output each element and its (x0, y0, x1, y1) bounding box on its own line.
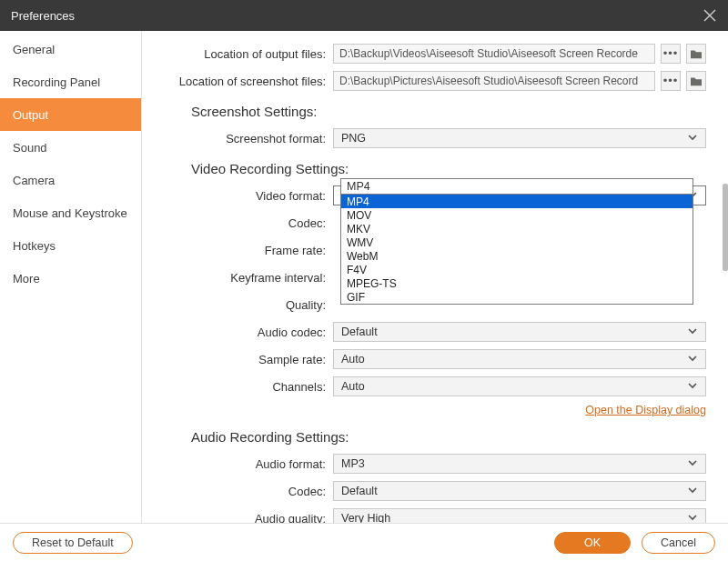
reset-to-default-button[interactable]: Reset to Default (13, 532, 133, 554)
video-format-option[interactable]: MPEG-TS (341, 276, 693, 290)
sidebar-item-label: Mouse and Keystroke (13, 206, 127, 220)
chevron-down-icon (687, 512, 698, 524)
video-format-option[interactable]: F4V (341, 263, 693, 276)
open-output-folder-button[interactable] (686, 44, 706, 64)
sidebar: General Recording Panel Output Sound Cam… (0, 31, 142, 523)
screenshot-path-label: Location of screenshot files: (142, 75, 333, 88)
sidebar-item-label: Hotkeys (13, 239, 56, 253)
sidebar-item-label: More (13, 272, 40, 286)
sidebar-item-output[interactable]: Output (0, 98, 141, 131)
screenshot-format-select[interactable]: PNG (333, 128, 706, 148)
content-pane: Location of output files: D:\Backup\Vide… (142, 31, 728, 523)
sidebar-item-label: Camera (13, 174, 55, 187)
video-audio-codec-select[interactable]: Default (333, 322, 706, 342)
video-settings-heading: Video Recording Settings: (191, 161, 706, 176)
sidebar-item-label: Recording Panel (13, 75, 100, 89)
video-format-option[interactable]: MOV (341, 208, 693, 222)
open-display-dialog-link[interactable]: Open the Display dialog (142, 404, 706, 416)
audio-quality-label: Audio quality: (142, 512, 333, 524)
sidebar-item-label: Output (13, 108, 48, 122)
video-framerate-label: Frame rate: (142, 244, 333, 257)
screenshot-path-field[interactable]: D:\Backup\Pictures\Aiseesoft Studio\Aise… (333, 71, 655, 91)
folder-icon (690, 48, 703, 59)
audio-format-label: Audio format: (142, 457, 333, 471)
cancel-button[interactable]: Cancel (642, 532, 715, 554)
output-path-field[interactable]: D:\Backup\Videos\Aiseesoft Studio\Aisees… (333, 44, 655, 64)
video-format-option[interactable]: WMV (341, 235, 693, 249)
video-format-option[interactable]: WebM (341, 249, 693, 263)
video-samplerate-select[interactable]: Auto (333, 349, 706, 369)
footer: Reset to Default OK Cancel (0, 523, 728, 561)
audio-settings-heading: Audio Recording Settings: (191, 429, 706, 445)
title-bar: Preferences (0, 0, 728, 31)
sidebar-item-recording-panel[interactable]: Recording Panel (0, 65, 141, 98)
chevron-down-icon (687, 457, 698, 471)
video-format-options: MP4 MOV MKV WMV WebM F4V MPEG-TS GIF (341, 195, 693, 304)
scrollbar-thumb[interactable] (723, 184, 728, 271)
screenshot-settings-heading: Screenshot Settings: (191, 104, 706, 119)
audio-format-select[interactable]: MP3 (333, 454, 706, 474)
video-channels-select[interactable]: Auto (333, 376, 706, 396)
video-format-option[interactable]: GIF (341, 290, 693, 304)
sidebar-item-sound[interactable]: Sound (0, 131, 141, 164)
sidebar-item-mouse-keystroke[interactable]: Mouse and Keystroke (0, 196, 141, 229)
chevron-down-icon (687, 353, 698, 366)
browse-screenshot-button[interactable]: ••• (661, 71, 681, 91)
ellipsis-icon: ••• (663, 50, 679, 57)
chevron-down-icon (687, 326, 698, 339)
sidebar-item-hotkeys[interactable]: Hotkeys (0, 229, 141, 262)
ok-button[interactable]: OK (554, 532, 631, 554)
audio-codec-label: Codec: (142, 485, 333, 498)
video-codec-label: Codec: (142, 216, 333, 230)
video-format-label: Video format: (142, 189, 333, 203)
sidebar-item-general[interactable]: General (0, 33, 141, 65)
sidebar-item-more[interactable]: More (0, 262, 141, 295)
output-path-label: Location of output files: (142, 47, 333, 61)
video-channels-label: Channels: (142, 380, 333, 394)
folder-icon (690, 75, 703, 86)
video-quality-label: Quality: (142, 298, 333, 312)
video-format-dropdown-header[interactable]: MP4 (340, 178, 693, 195)
video-audio-codec-label: Audio codec: (142, 326, 333, 339)
scrollbar-track[interactable] (721, 31, 728, 523)
audio-quality-select[interactable]: Very High (333, 508, 706, 523)
screenshot-format-label: Screenshot format: (142, 132, 333, 145)
video-format-option[interactable]: MKV (341, 222, 693, 235)
window-title: Preferences (11, 9, 75, 23)
open-screenshot-folder-button[interactable] (686, 71, 706, 91)
chevron-down-icon (687, 132, 698, 145)
video-keyframe-label: Keyframe interval: (142, 271, 333, 285)
sidebar-item-label: General (13, 43, 55, 56)
chevron-down-icon (687, 485, 698, 498)
video-format-option[interactable]: MP4 (341, 195, 693, 208)
video-samplerate-label: Sample rate: (142, 353, 333, 366)
close-icon[interactable] (703, 8, 717, 23)
sidebar-item-label: Sound (13, 141, 47, 155)
sidebar-item-camera[interactable]: Camera (0, 164, 141, 196)
video-format-dropdown[interactable]: MP4 MP4 MOV MKV WMV WebM F4V MPEG-TS GIF (340, 178, 693, 305)
audio-codec-select[interactable]: Default (333, 481, 706, 501)
chevron-down-icon (687, 380, 698, 394)
browse-output-button[interactable]: ••• (661, 44, 681, 64)
ellipsis-icon: ••• (663, 77, 679, 85)
